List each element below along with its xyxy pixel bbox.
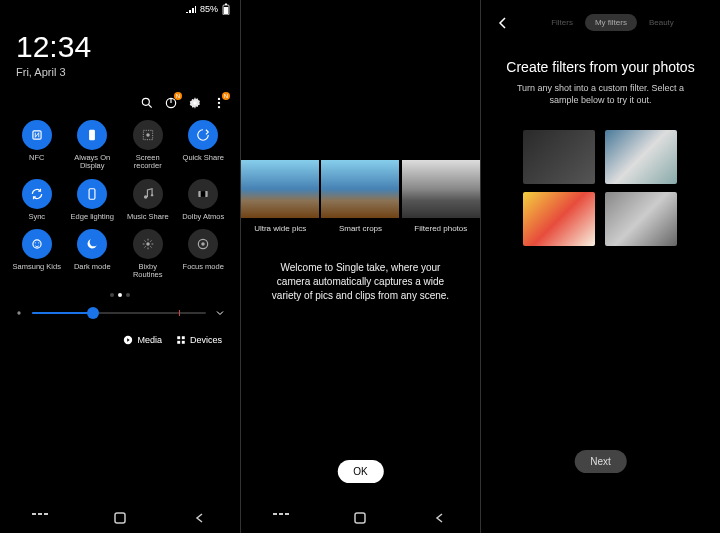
brightness-thumb[interactable] [87,307,99,319]
svg-point-3 [142,98,149,105]
qs-tile-focus-mode[interactable]: Focus mode [177,229,231,280]
qs-tile-always-on-display[interactable]: Always On Display [66,120,120,171]
svg-rect-15 [89,188,95,199]
tile-label: NFC [29,154,44,162]
recents-button[interactable] [273,510,289,526]
svg-point-23 [146,242,150,246]
preview-image [241,160,319,218]
back-button[interactable] [432,510,448,526]
brightness-track[interactable] [32,312,206,314]
preview-label: Ultra wide pics [254,224,306,233]
svg-rect-28 [177,337,180,340]
tile-label: Edge lighting [71,213,114,221]
preview-item[interactable]: Smart crops [321,160,399,233]
power-icon[interactable]: N [164,96,178,110]
qs-tile-screen-recorder[interactable]: Screen recorder [121,120,175,171]
tile-icon [77,120,107,150]
qs-tiles-grid: NFCAlways On DisplayScreen recorderQuick… [0,120,240,279]
qs-tile-dolby-atmos[interactable]: Dolby Atmos [177,179,231,221]
notification-badge: N [222,92,230,100]
page-subtitle: Turn any shot into a custom filter. Sele… [481,83,720,106]
svg-rect-39 [355,513,365,523]
next-button[interactable]: Next [574,450,627,473]
svg-rect-30 [177,341,180,344]
media-devices-row: Media Devices [0,329,240,351]
qs-tile-sync[interactable]: Sync [10,179,64,221]
preview-label: Smart crops [339,224,382,233]
brightness-low-icon [14,308,24,318]
svg-rect-35 [115,513,125,523]
filters-header: FiltersMy filtersBeauty [481,0,720,31]
settings-icon[interactable] [188,96,202,110]
signal-icon [186,5,196,13]
brightness-slider[interactable] [0,297,240,329]
tab-beauty[interactable]: Beauty [639,14,684,31]
qs-tile-edge-lighting[interactable]: Edge lighting [66,179,120,221]
svg-rect-2 [224,7,228,14]
clock-area: 12:34 Fri, April 3 [0,18,240,90]
quick-settings-panel: 85% 12:34 Fri, April 3 N N NFCAlways On … [0,0,240,533]
welcome-text: Welcome to Single take, where your camer… [241,261,480,303]
devices-label: Devices [190,335,222,345]
tab-my-filters[interactable]: My filters [585,14,637,31]
clock-time: 12:34 [16,30,224,64]
notification-badge: N [174,92,182,100]
qs-tile-bixby-routines[interactable]: Bixby Routines [121,229,175,280]
svg-point-10 [218,106,220,108]
sample-photo-1[interactable] [523,130,595,184]
svg-point-21 [34,242,35,243]
svg-point-9 [218,102,220,104]
tile-icon [133,229,163,259]
clock-date: Fri, April 3 [16,66,224,78]
media-label: Media [137,335,162,345]
qs-tile-nfc[interactable]: NFC [10,120,64,171]
sample-photo-3[interactable] [523,192,595,246]
back-icon[interactable] [495,15,511,31]
recents-button[interactable] [32,510,48,526]
tile-icon [22,229,52,259]
battery-icon [222,3,230,15]
nav-bar [0,503,240,533]
tile-icon [22,120,52,150]
tile-label: Music Share [127,213,169,221]
tile-label: Sync [28,213,45,221]
tile-icon [77,179,107,209]
preview-item[interactable]: Filtered photos [402,160,480,233]
home-button[interactable] [352,510,368,526]
svg-rect-29 [182,337,185,340]
svg-rect-1 [225,4,227,6]
preview-item[interactable]: Ultra wide pics [241,160,319,233]
create-filters-panel: FiltersMy filtersBeauty Create filters f… [480,0,720,533]
brightness-fill [32,312,93,314]
tile-label: Quick Share [183,154,224,162]
tile-icon [22,179,52,209]
brightness-notch [179,310,180,316]
sample-photo-4[interactable] [605,192,677,246]
tile-icon [188,120,218,150]
qs-header: N N [0,90,240,120]
qs-tile-samsung-kids[interactable]: Samsung Kids [10,229,64,280]
search-icon[interactable] [140,96,154,110]
tile-label: Samsung Kids [13,263,61,271]
media-button[interactable]: Media [123,335,162,345]
preview-label: Filtered photos [414,224,467,233]
svg-line-4 [149,105,152,108]
status-bar: 85% [0,0,240,18]
back-button[interactable] [192,510,208,526]
tab-filters[interactable]: Filters [541,14,583,31]
qs-tile-quick-share[interactable]: Quick Share [177,120,231,171]
svg-rect-12 [89,130,95,141]
sample-photo-2[interactable] [605,130,677,184]
devices-button[interactable]: Devices [176,335,222,345]
nav-bar [241,503,480,533]
ok-button[interactable]: OK [337,460,383,483]
qs-tile-music-share[interactable]: Music Share [121,179,175,221]
preview-strip: Ultra wide picsSmart cropsFiltered photo… [241,160,480,233]
chevron-down-icon[interactable] [214,307,226,319]
svg-point-22 [38,242,39,243]
tile-label: Dolby Atmos [182,213,224,221]
qs-tile-dark-mode[interactable]: Dark mode [66,229,120,280]
home-button[interactable] [112,510,128,526]
tile-label: Focus mode [183,263,224,271]
more-icon[interactable]: N [212,96,226,110]
